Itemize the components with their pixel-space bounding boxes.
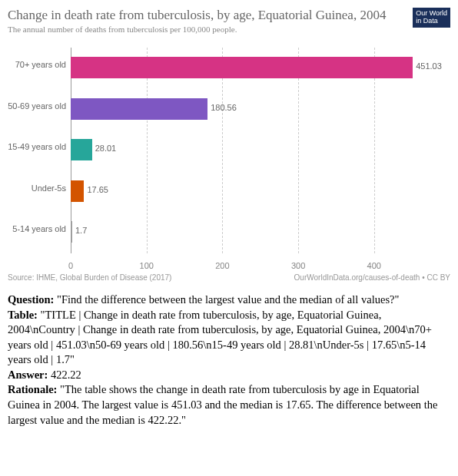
category-label: 15-49 years old: [5, 142, 66, 151]
category-label: 50-69 years old: [5, 101, 66, 111]
chart-container: Change in death rate from tuberculosis, …: [8, 8, 450, 282]
category-label: Under-5s: [5, 183, 66, 193]
answer-text: 422.22: [51, 369, 81, 381]
question-text: "Find the difference between the largest…: [57, 293, 399, 306]
x-tick-label: 300: [291, 261, 305, 270]
bar: [71, 98, 207, 120]
category-label: 5-14 years old: [5, 224, 66, 233]
question-label: Question:: [8, 293, 54, 306]
chart-plot: 010020030040070+ years old451.0350-69 ye…: [71, 48, 420, 270]
bar: [71, 57, 413, 78]
rationale-row: Rationale: "The table shows the change i…: [8, 382, 450, 428]
bar-value-label: 1.7: [75, 226, 87, 235]
source-left: Source: IHME, Global Burden of Disease (…: [8, 273, 171, 282]
chart-header: Change in death rate from tuberculosis, …: [8, 8, 450, 34]
source-right: OurWorldInData.org/causes-of-death • CC …: [294, 273, 450, 282]
bar-row: 70+ years old451.03: [71, 54, 420, 86]
x-tick-label: 200: [215, 261, 229, 270]
bar-value-label: 17.65: [87, 185, 108, 194]
bar-value-label: 28.01: [95, 144, 117, 153]
bar-row: 15-49 years old28.01: [71, 136, 420, 168]
question-row: Question: "Find the difference between t…: [8, 293, 450, 308]
bar: [71, 180, 84, 202]
chart-subtitle: The annual number of deaths from tubercu…: [8, 25, 450, 34]
table-label: Table:: [8, 309, 38, 321]
bar-row: 50-69 years old180.56: [71, 95, 420, 127]
chart-footer: Source: IHME, Global Burden of Disease (…: [8, 273, 450, 282]
rationale-text: "The table shows the change in death rat…: [8, 383, 437, 425]
table-text: "TITLE | Change in death rate from tuber…: [8, 309, 432, 366]
rationale-label: Rationale:: [8, 383, 57, 395]
answer-label: Answer:: [8, 369, 48, 381]
bar-row: 5-14 years old1.7: [71, 218, 420, 250]
bar-value-label: 180.56: [211, 103, 237, 112]
table-row: Table: "TITLE | Change in death rate fro…: [8, 308, 450, 368]
category-label: 70+ years old: [5, 60, 66, 69]
answer-row: Answer: 422.22: [8, 368, 450, 383]
bar-row: Under-5s17.65: [71, 177, 420, 210]
chart-title: Change in death rate from tuberculosis, …: [8, 8, 450, 23]
bar: [71, 221, 72, 243]
x-tick-label: 100: [140, 261, 154, 270]
qa-block: Question: "Find the difference between t…: [8, 293, 450, 428]
x-tick-label: 0: [68, 261, 73, 270]
owid-badge: Our Worldin Data: [413, 8, 450, 28]
bar: [71, 139, 92, 160]
bar-value-label: 451.03: [416, 61, 442, 71]
x-tick-label: 400: [367, 261, 381, 270]
